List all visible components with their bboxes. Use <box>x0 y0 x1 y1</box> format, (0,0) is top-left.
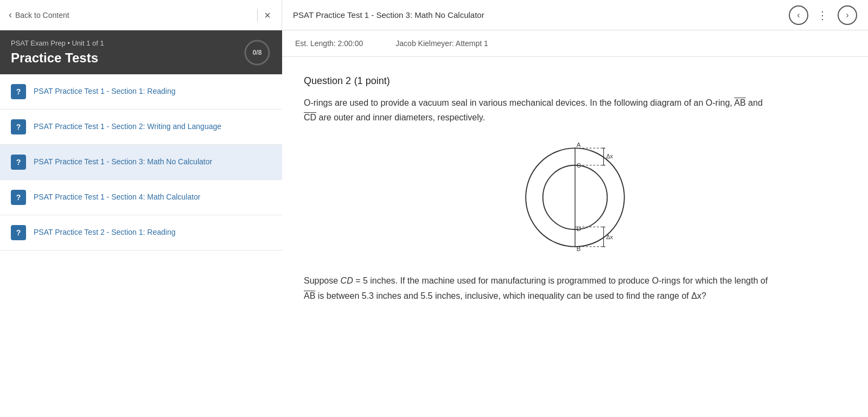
item-icon-4: ? <box>11 190 26 205</box>
prev-button[interactable]: ‹ <box>789 5 808 25</box>
question-points: (1 point) <box>354 75 390 86</box>
sidebar-item-4[interactable]: ? PSAT Practice Test 1 - Section 4: Math… <box>0 180 282 215</box>
back-label: Back to Content <box>15 11 69 20</box>
sidebar-scroll[interactable]: ? PSAT Practice Test 1 - Section 1: Read… <box>0 74 282 417</box>
diagram-container: A B C D Δx <box>304 138 846 257</box>
svg-text:Δx: Δx <box>606 234 613 240</box>
item-title-3: PSAT Practice Test 1 - Section 3: Math N… <box>34 157 212 168</box>
sidebar-item-2[interactable]: ? PSAT Practice Test 1 - Section 2: Writ… <box>0 110 282 145</box>
sidebar: PSAT Exam Prep • Unit 1 of 1 Practice Te… <box>0 30 282 417</box>
sidebar-header-title: Practice Tests <box>11 50 271 66</box>
close-button[interactable]: × <box>262 8 273 23</box>
back-button[interactable]: ‹ Back to Content <box>9 9 253 21</box>
top-bar-divider <box>257 9 258 22</box>
cd-label: CD <box>304 113 316 122</box>
next-button[interactable]: › <box>838 5 857 25</box>
content-body[interactable]: Question 2 (1 point) O-rings are used to… <box>282 57 868 417</box>
item-icon-3: ? <box>11 155 26 170</box>
svg-text:B: B <box>577 246 581 252</box>
sidebar-header-meta: PSAT Exam Prep • Unit 1 of 1 <box>11 39 271 47</box>
question-text: O-rings are used to provide a vacuum sea… <box>304 95 770 125</box>
top-bar-right: PSAT Practice Test 1 - Section 3: Math N… <box>282 0 868 30</box>
svg-text:C: C <box>577 163 581 169</box>
item-title-4: PSAT Practice Test 1 - Section 4: Math C… <box>34 192 200 203</box>
svg-text:D: D <box>577 226 581 233</box>
item-title-2: PSAT Practice Test 1 - Section 2: Writin… <box>34 121 221 132</box>
top-bar-title: PSAT Practice Test 1 - Section 3: Math N… <box>293 10 484 20</box>
top-bar: ‹ Back to Content × PSAT Practice Test 1… <box>0 0 868 30</box>
svg-text:Δx: Δx <box>606 153 613 160</box>
svg-text:A: A <box>577 142 581 149</box>
more-button[interactable]: ⋮ <box>813 7 833 24</box>
progress-circle: 0/8 <box>243 39 271 67</box>
sidebar-item-3[interactable]: ? PSAT Practice Test 1 - Section 3: Math… <box>0 145 282 180</box>
est-length: Est. Length: 2:00:00 <box>295 39 363 48</box>
item-title-5: PSAT Practice Test 2 - Section 1: Readin… <box>34 227 175 238</box>
content-meta: Est. Length: 2:00:00 Jacob Kielmeyer: At… <box>282 30 868 57</box>
item-icon-1: ? <box>11 84 26 99</box>
sidebar-item-5[interactable]: ? PSAT Practice Test 2 - Section 1: Read… <box>0 215 282 251</box>
progress-text: 0/8 <box>253 49 262 56</box>
top-bar-left: ‹ Back to Content × <box>0 0 282 30</box>
oring-diagram: A B C D Δx <box>515 138 635 257</box>
top-bar-actions: ‹ ⋮ › <box>789 5 857 25</box>
item-icon-5: ? <box>11 225 26 240</box>
sidebar-item-1[interactable]: ? PSAT Practice Test 1 - Section 1: Read… <box>0 74 282 110</box>
back-arrow-icon: ‹ <box>9 9 12 21</box>
attempt-info: Jacob Kielmeyer: Attempt 1 <box>395 39 488 48</box>
question-number: Question 2 <box>304 75 351 86</box>
ab-label: AB <box>734 98 745 107</box>
question-header: Question 2 (1 point) <box>304 74 846 87</box>
main-content: PSAT Exam Prep • Unit 1 of 1 Practice Te… <box>0 30 868 417</box>
question-text-2: Suppose CD = 5 inches. If the machine us… <box>304 273 770 303</box>
content-panel: Est. Length: 2:00:00 Jacob Kielmeyer: At… <box>282 30 868 417</box>
item-title-1: PSAT Practice Test 1 - Section 1: Readin… <box>34 86 175 97</box>
sidebar-header: PSAT Exam Prep • Unit 1 of 1 Practice Te… <box>0 30 282 74</box>
ab2-label: AB <box>304 291 315 300</box>
item-icon-2: ? <box>11 119 26 134</box>
